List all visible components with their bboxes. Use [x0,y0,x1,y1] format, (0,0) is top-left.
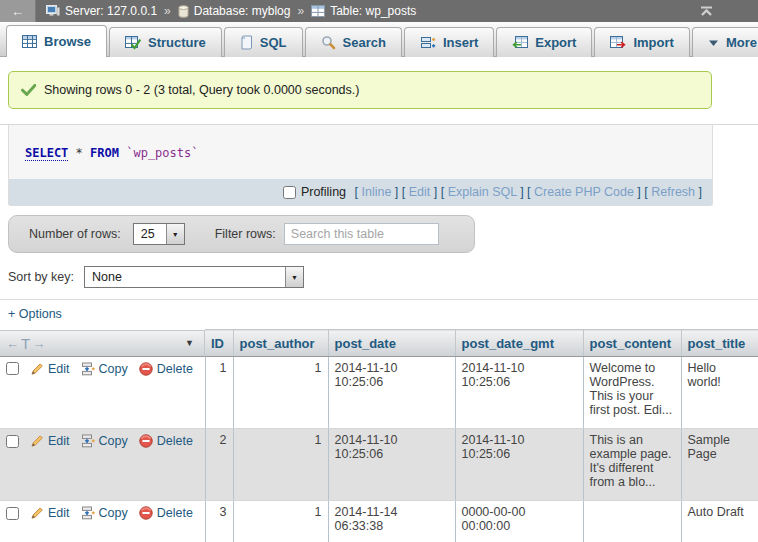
status-message: Showing rows 0 - 2 (3 total, Query took … [8,71,712,109]
cell-actions: EditCopyDelete [0,357,205,429]
profiling-link-edit[interactable]: Edit [409,185,431,199]
cell-post_content: Welcome to WordPress. This is your first… [583,357,681,429]
sql-icon [240,35,253,50]
profiling-link-explain-sql[interactable]: Explain SQL [448,185,517,199]
header-options-icon[interactable]: ▼ [185,338,198,348]
pencil-icon[interactable] [30,362,44,376]
breadcrumb-separator: » [295,4,306,18]
tab-browse[interactable]: Browse [6,25,107,57]
browse-icon [22,35,37,48]
copy-row-link[interactable]: Copy [81,362,128,376]
table-row: EditCopyDelete312014-11-14 06:33:380000-… [0,501,758,542]
column-header-id[interactable]: ID [205,330,233,357]
database-icon [178,5,189,18]
row-checkbox[interactable] [6,507,19,520]
delete-link-label: Delete [157,362,193,376]
copy-link-label: Copy [99,506,128,520]
more-caret-icon [708,39,719,47]
column-header-post_content[interactable]: post_content [583,330,681,357]
edit-link-label: Edit [48,362,70,376]
options-toggle-link[interactable]: + Options [8,307,62,321]
server-icon [46,5,60,17]
column-header-post_date[interactable]: post_date [328,330,455,357]
sort-by-key-value: None [85,267,285,287]
sql-table-ref: `wp_posts` [126,146,198,160]
edit-row-link[interactable]: Edit [30,506,70,520]
sort-by-key-select[interactable]: None ▼ [84,266,304,288]
sort-row: Sort by key: None ▼ [8,264,758,290]
tab-more[interactable]: More [692,27,758,57]
copy-icon[interactable] [81,434,95,448]
cell-id: 1 [205,357,233,429]
breadcrumb-bar: ← Server: 127.0.0.1»Database: myblog»Tab… [0,0,758,22]
column-header-post_date_gmt[interactable]: post_date_gmt [455,330,583,357]
phpmyadmin-page: ← Server: 127.0.0.1»Database: myblog»Tab… [0,0,758,542]
column-header-post_author[interactable]: post_author [233,330,328,357]
profiling-link-refresh[interactable]: Refresh [651,185,695,199]
collapse-icon [699,6,714,16]
copy-icon[interactable] [81,362,95,376]
cell-post_author: 1 [233,429,328,501]
structure-icon [125,36,141,50]
tab-sql[interactable]: SQL [224,27,303,57]
column-header-actions: ← T → ▼ [0,330,205,357]
profiling-checkbox[interactable] [283,186,296,199]
row-checkbox[interactable] [6,362,19,375]
tab-search[interactable]: Search [305,27,402,57]
table-row: EditCopyDelete212014-11-10 10:25:062014-… [0,429,758,501]
breadcrumb-table[interactable]: Table: wp_posts [330,4,416,18]
tab-import[interactable]: Import [594,27,689,57]
pencil-icon[interactable] [30,506,44,520]
scroll-left-icon[interactable]: ← [6,336,19,351]
copy-row-link[interactable]: Copy [81,506,128,520]
column-header-post_title[interactable]: post_title [681,330,758,357]
back-button[interactable]: ← [0,0,36,22]
success-check-icon [21,84,36,96]
tab-structure[interactable]: Structure [109,27,222,57]
edit-link-label: Edit [48,506,70,520]
copy-row-link[interactable]: Copy [81,434,128,448]
back-icon: ← [11,4,24,19]
collapse-button[interactable] [699,6,714,16]
sql-query-panel: SELECT * FROM `wp_posts` Profiling [ Inl… [8,125,713,206]
num-rows-select[interactable]: 25 ▼ [133,223,185,245]
cell-post_date: 2014-11-10 10:25:06 [328,357,455,429]
breadcrumb-database[interactable]: Database: myblog [194,4,291,18]
cell-post_content [583,501,681,542]
tab-insert[interactable]: Insert [404,27,494,57]
copy-link-label: Copy [99,434,128,448]
sql-query: SELECT * FROM `wp_posts` [9,125,712,179]
results-table: ← T → ▼ IDpost_authorpost_datepost_date_… [0,329,758,542]
cell-post_date: 2014-11-14 06:33:38 [328,501,455,542]
table-body: EditCopyDelete112014-11-10 10:25:062014-… [0,357,758,542]
edit-row-link[interactable]: Edit [30,362,70,376]
tab-bar: Browse Structure SQL Search Insert Expor… [0,22,758,57]
delete-row-link[interactable]: Delete [139,362,193,376]
breadcrumb-server[interactable]: Server: 127.0.0.1 [65,4,157,18]
delete-row-link[interactable]: Delete [139,434,193,448]
filter-rows-input[interactable] [284,223,439,245]
profiling-link-inline[interactable]: Inline [361,185,391,199]
copy-icon[interactable] [81,506,95,520]
profiling-link-create-php-code[interactable]: Create PHP Code [534,185,634,199]
scroll-right-icon[interactable]: → [32,336,45,351]
search-icon [321,35,336,50]
row-checkbox[interactable] [6,435,19,448]
import-icon [610,36,626,49]
select-arrow-icon: ▼ [285,267,303,287]
table-handle-icon[interactable]: T [21,335,30,352]
delete-row-link[interactable]: Delete [139,506,193,520]
delete-icon[interactable] [139,362,153,376]
cell-post_author: 1 [233,357,328,429]
cell-post_content: This is an example page. It's different … [583,429,681,501]
edit-link-label: Edit [48,434,70,448]
tab-export[interactable]: Export [496,27,592,57]
sql-keyword-select[interactable]: SELECT [25,146,68,161]
edit-row-link[interactable]: Edit [30,434,70,448]
cell-actions: EditCopyDelete [0,429,205,501]
delete-icon[interactable] [139,434,153,448]
breadcrumb-separator: » [162,4,173,18]
tab-label: Browse [44,34,91,49]
delete-icon[interactable] [139,506,153,520]
pencil-icon[interactable] [30,434,44,448]
